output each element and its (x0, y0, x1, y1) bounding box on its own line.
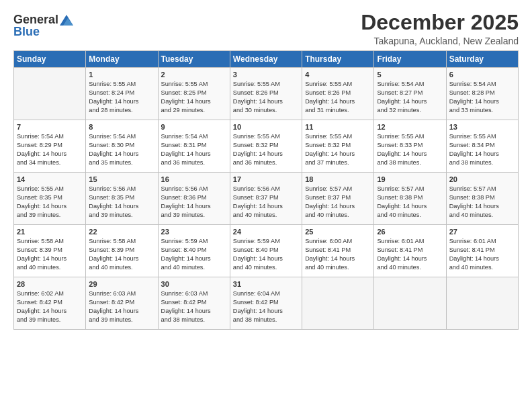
calendar-table: SundayMondayTuesdayWednesdayThursdayFrid… (13, 50, 519, 330)
day-number: 27 (449, 228, 515, 236)
cell-info: Sunrise: 5:54 AM Sunset: 8:28 PM Dayligh… (449, 80, 515, 115)
calendar-cell: 13Sunrise: 5:55 AM Sunset: 8:34 PM Dayli… (446, 120, 518, 173)
day-number: 24 (233, 228, 299, 236)
calendar-week-2: 7Sunrise: 5:54 AM Sunset: 8:29 PM Daylig… (14, 120, 519, 173)
calendar-cell (374, 277, 446, 330)
calendar-cell (302, 277, 374, 330)
calendar-cell: 7Sunrise: 5:54 AM Sunset: 8:29 PM Daylig… (14, 120, 86, 173)
cell-info: Sunrise: 6:00 AM Sunset: 8:41 PM Dayligh… (305, 237, 371, 272)
cell-info: Sunrise: 5:55 AM Sunset: 8:25 PM Dayligh… (161, 80, 227, 115)
weekday-header-sunday: Sunday (14, 51, 86, 68)
weekday-header-tuesday: Tuesday (158, 51, 230, 68)
day-number: 19 (377, 175, 443, 183)
day-number: 6 (449, 71, 515, 79)
day-number: 26 (377, 228, 443, 236)
calendar-cell: 16Sunrise: 5:56 AM Sunset: 8:36 PM Dayli… (158, 173, 230, 225)
month-title: December 2025 (361, 11, 519, 34)
calendar-week-4: 21Sunrise: 5:58 AM Sunset: 8:39 PM Dayli… (14, 225, 519, 277)
calendar-cell: 10Sunrise: 5:55 AM Sunset: 8:32 PM Dayli… (230, 120, 302, 173)
cell-info: Sunrise: 5:54 AM Sunset: 8:27 PM Dayligh… (377, 80, 443, 115)
cell-info: Sunrise: 5:56 AM Sunset: 8:37 PM Dayligh… (233, 185, 299, 220)
calendar-week-5: 28Sunrise: 6:02 AM Sunset: 8:42 PM Dayli… (14, 277, 519, 330)
header: General Blue December 2025 Takapuna, Auc… (13, 11, 519, 46)
calendar-cell: 12Sunrise: 5:55 AM Sunset: 8:33 PM Dayli… (374, 120, 446, 173)
cell-info: Sunrise: 6:02 AM Sunset: 8:42 PM Dayligh… (17, 289, 83, 324)
cell-info: Sunrise: 5:54 AM Sunset: 8:29 PM Dayligh… (17, 132, 83, 167)
calendar-cell: 14Sunrise: 5:55 AM Sunset: 8:35 PM Dayli… (14, 173, 86, 225)
calendar-cell: 4Sunrise: 5:55 AM Sunset: 8:26 PM Daylig… (302, 68, 374, 120)
calendar-cell: 3Sunrise: 5:55 AM Sunset: 8:26 PM Daylig… (230, 68, 302, 120)
day-number: 29 (89, 280, 154, 288)
cell-info: Sunrise: 5:55 AM Sunset: 8:33 PM Dayligh… (377, 132, 443, 167)
cell-info: Sunrise: 5:58 AM Sunset: 8:39 PM Dayligh… (89, 237, 154, 272)
calendar-week-1: 1Sunrise: 5:55 AM Sunset: 8:24 PM Daylig… (14, 68, 519, 120)
cell-info: Sunrise: 5:54 AM Sunset: 8:31 PM Dayligh… (161, 132, 227, 167)
calendar-cell: 18Sunrise: 5:57 AM Sunset: 8:37 PM Dayli… (302, 173, 374, 225)
cell-info: Sunrise: 5:55 AM Sunset: 8:35 PM Dayligh… (17, 185, 83, 220)
page-container: General Blue December 2025 Takapuna, Auc… (0, 0, 532, 336)
calendar-cell: 31Sunrise: 6:04 AM Sunset: 8:42 PM Dayli… (230, 277, 302, 330)
day-number: 5 (377, 71, 443, 79)
calendar-cell: 28Sunrise: 6:02 AM Sunset: 8:42 PM Dayli… (14, 277, 86, 330)
weekday-header-saturday: Saturday (446, 51, 518, 68)
cell-info: Sunrise: 5:55 AM Sunset: 8:32 PM Dayligh… (233, 132, 299, 167)
calendar-cell: 25Sunrise: 6:00 AM Sunset: 8:41 PM Dayli… (302, 225, 374, 277)
cell-info: Sunrise: 6:01 AM Sunset: 8:41 PM Dayligh… (449, 237, 515, 272)
day-number: 8 (89, 123, 154, 131)
day-number: 31 (233, 280, 299, 288)
calendar-cell: 19Sunrise: 5:57 AM Sunset: 8:38 PM Dayli… (374, 173, 446, 225)
weekday-header-monday: Monday (86, 51, 158, 68)
day-number: 3 (233, 71, 299, 79)
cell-info: Sunrise: 6:03 AM Sunset: 8:42 PM Dayligh… (89, 289, 154, 324)
day-number: 12 (377, 123, 443, 131)
calendar-cell: 2Sunrise: 5:55 AM Sunset: 8:25 PM Daylig… (158, 68, 230, 120)
cell-info: Sunrise: 5:59 AM Sunset: 8:40 PM Dayligh… (233, 237, 299, 272)
day-number: 18 (305, 175, 371, 183)
weekday-header-wednesday: Wednesday (230, 51, 302, 68)
day-number: 1 (89, 71, 154, 79)
day-number: 21 (17, 228, 83, 236)
calendar-week-3: 14Sunrise: 5:55 AM Sunset: 8:35 PM Dayli… (14, 173, 519, 225)
calendar-cell: 22Sunrise: 5:58 AM Sunset: 8:39 PM Dayli… (86, 225, 158, 277)
title-block: December 2025 Takapuna, Auckland, New Ze… (361, 11, 519, 46)
calendar-cell: 6Sunrise: 5:54 AM Sunset: 8:28 PM Daylig… (446, 68, 518, 120)
day-number: 20 (449, 175, 515, 183)
day-number: 13 (449, 123, 515, 131)
cell-info: Sunrise: 5:57 AM Sunset: 8:38 PM Dayligh… (377, 185, 443, 220)
logo-blue-text: Blue (13, 26, 73, 39)
cell-info: Sunrise: 5:57 AM Sunset: 8:38 PM Dayligh… (449, 185, 515, 220)
cell-info: Sunrise: 6:03 AM Sunset: 8:42 PM Dayligh… (161, 289, 227, 324)
cell-info: Sunrise: 6:04 AM Sunset: 8:42 PM Dayligh… (233, 289, 299, 324)
day-number: 25 (305, 228, 371, 236)
calendar-cell (14, 68, 86, 120)
cell-info: Sunrise: 5:55 AM Sunset: 8:26 PM Dayligh… (233, 80, 299, 115)
logo: General Blue (13, 13, 73, 39)
cell-info: Sunrise: 6:01 AM Sunset: 8:41 PM Dayligh… (377, 237, 443, 272)
logo-icon (60, 15, 73, 26)
calendar-cell: 17Sunrise: 5:56 AM Sunset: 8:37 PM Dayli… (230, 173, 302, 225)
day-number: 28 (17, 280, 83, 288)
calendar-cell: 9Sunrise: 5:54 AM Sunset: 8:31 PM Daylig… (158, 120, 230, 173)
calendar-cell: 24Sunrise: 5:59 AM Sunset: 8:40 PM Dayli… (230, 225, 302, 277)
calendar-cell: 21Sunrise: 5:58 AM Sunset: 8:39 PM Dayli… (14, 225, 86, 277)
cell-info: Sunrise: 5:56 AM Sunset: 8:35 PM Dayligh… (89, 185, 154, 220)
weekday-header-friday: Friday (374, 51, 446, 68)
calendar-cell: 15Sunrise: 5:56 AM Sunset: 8:35 PM Dayli… (86, 173, 158, 225)
weekday-header-row: SundayMondayTuesdayWednesdayThursdayFrid… (14, 51, 519, 68)
day-number: 10 (233, 123, 299, 131)
calendar-cell: 11Sunrise: 5:55 AM Sunset: 8:32 PM Dayli… (302, 120, 374, 173)
day-number: 2 (161, 71, 227, 79)
day-number: 16 (161, 175, 227, 183)
day-number: 14 (17, 175, 83, 183)
calendar-cell (446, 277, 518, 330)
cell-info: Sunrise: 5:54 AM Sunset: 8:30 PM Dayligh… (89, 132, 154, 167)
calendar-cell: 30Sunrise: 6:03 AM Sunset: 8:42 PM Dayli… (158, 277, 230, 330)
cell-info: Sunrise: 5:55 AM Sunset: 8:26 PM Dayligh… (305, 80, 371, 115)
calendar-cell: 8Sunrise: 5:54 AM Sunset: 8:30 PM Daylig… (86, 120, 158, 173)
calendar-cell: 5Sunrise: 5:54 AM Sunset: 8:27 PM Daylig… (374, 68, 446, 120)
day-number: 15 (89, 175, 154, 183)
day-number: 7 (17, 123, 83, 131)
calendar-cell: 27Sunrise: 6:01 AM Sunset: 8:41 PM Dayli… (446, 225, 518, 277)
calendar-cell: 20Sunrise: 5:57 AM Sunset: 8:38 PM Dayli… (446, 173, 518, 225)
day-number: 4 (305, 71, 371, 79)
